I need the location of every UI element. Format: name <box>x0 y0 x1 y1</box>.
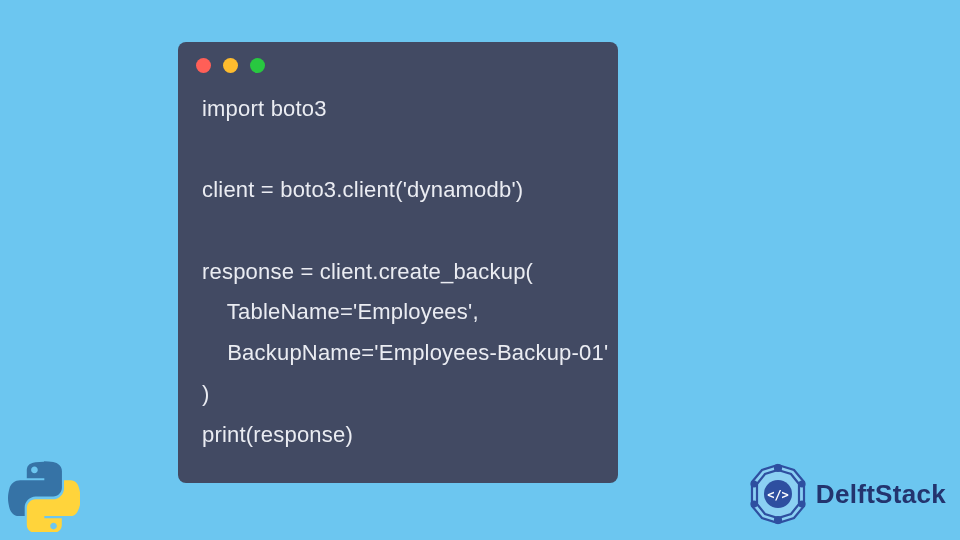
close-icon <box>196 58 211 73</box>
code-window: import boto3 client = boto3.client('dyna… <box>178 42 618 483</box>
brand-area: </> DelftStack <box>746 462 946 526</box>
brand-name: DelftStack <box>816 479 946 510</box>
window-controls <box>178 42 618 85</box>
svg-point-5 <box>799 482 804 487</box>
python-logo-icon <box>8 460 80 532</box>
svg-point-7 <box>799 502 804 507</box>
svg-point-4 <box>751 482 756 487</box>
svg-point-6 <box>751 502 756 507</box>
code-block: import boto3 client = boto3.client('dyna… <box>178 85 618 459</box>
svg-text:</>: </> <box>767 488 789 502</box>
svg-point-3 <box>775 517 781 523</box>
minimize-icon <box>223 58 238 73</box>
svg-point-2 <box>775 465 781 471</box>
maximize-icon <box>250 58 265 73</box>
brand-badge-icon: </> <box>746 462 810 526</box>
